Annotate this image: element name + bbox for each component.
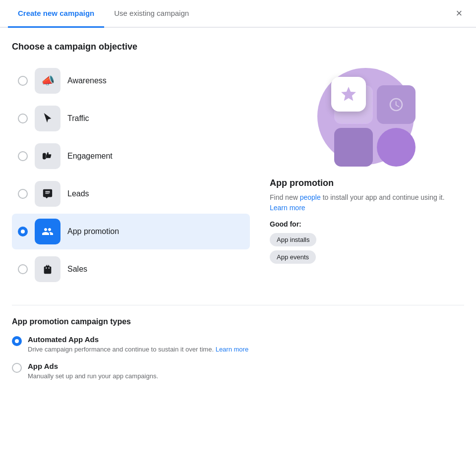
traffic-label: Traffic xyxy=(67,114,89,123)
preview-description: Find new people to install your app and … xyxy=(270,192,464,213)
app-ads-desc: Manually set up and run your app campaig… xyxy=(28,372,158,381)
modal-header: Create new campaign Use existing campaig… xyxy=(0,0,476,28)
radio-leads[interactable] xyxy=(18,189,28,199)
engagement-label: Engagement xyxy=(67,152,113,161)
close-button[interactable]: × xyxy=(450,4,468,22)
leads-label: Leads xyxy=(67,189,89,198)
tab-create-new[interactable]: Create new campaign xyxy=(8,0,104,28)
tag-app-events: App events xyxy=(270,250,316,264)
radio-app-ads[interactable] xyxy=(12,363,22,373)
objective-preview: ↓ App promotion Find n xyxy=(270,63,464,289)
campaign-types-section: App promotion campaign types Automated A… xyxy=(12,305,464,381)
campaign-type-automated-text: Automated App Ads Drive campaign perform… xyxy=(28,335,248,354)
objective-traffic[interactable]: Traffic xyxy=(12,101,250,136)
promo-star-card xyxy=(331,77,366,112)
objective-leads[interactable]: Leads xyxy=(12,176,250,212)
sales-icon-box xyxy=(35,256,60,282)
preview-desc-link[interactable]: people xyxy=(300,193,321,201)
preview-learn-more-link[interactable]: Learn more xyxy=(270,204,305,212)
radio-app-promotion-inner xyxy=(21,230,25,234)
tag-app-installs: App installs xyxy=(270,233,316,246)
app-promotion-label: App promotion xyxy=(67,227,119,236)
main-content: Choose a campaign objective 📣 Awareness … xyxy=(0,28,476,401)
traffic-icon-box xyxy=(35,106,60,131)
engagement-icon-box xyxy=(35,143,60,169)
preview-title: App promotion xyxy=(270,178,464,188)
promo-cell-circle xyxy=(377,128,416,167)
campaign-type-automated[interactable]: Automated App Ads Drive campaign perform… xyxy=(12,335,464,354)
objective-awareness[interactable]: 📣 Awareness xyxy=(12,63,250,99)
app-ads-label: App Ads xyxy=(28,362,158,370)
campaign-type-app-ads[interactable]: App Ads Manually set up and run your app… xyxy=(12,362,464,381)
promo-cell-dark xyxy=(334,128,373,167)
good-for-label: Good for: xyxy=(270,220,464,228)
radio-app-promotion[interactable] xyxy=(18,227,28,236)
app-promotion-icon-box xyxy=(35,219,60,244)
tab-use-existing[interactable]: Use existing campaign xyxy=(104,0,199,28)
objective-engagement[interactable]: Engagement xyxy=(12,138,250,174)
promo-cell-clock xyxy=(377,85,416,124)
awareness-icon-box: 📣 xyxy=(35,68,60,94)
radio-sales[interactable] xyxy=(18,264,28,274)
radio-engagement[interactable] xyxy=(18,151,28,161)
radio-automated-inner xyxy=(15,339,19,343)
campaign-types-title: App promotion campaign types xyxy=(12,317,464,326)
preview-desc-part1: Find new xyxy=(270,193,300,201)
automated-desc: Drive campaign performance and continue … xyxy=(28,345,248,354)
automated-label: Automated App Ads xyxy=(28,335,248,344)
tags-list: App installs App events xyxy=(270,233,464,264)
objective-sales[interactable]: Sales xyxy=(12,251,250,287)
campaign-type-app-ads-text: App Ads Manually set up and run your app… xyxy=(28,362,158,381)
preview-desc-part2: to install your app and continue using i… xyxy=(321,193,445,201)
automated-learn-more[interactable]: Learn more xyxy=(216,346,248,353)
sales-label: Sales xyxy=(67,265,87,274)
awareness-label: Awareness xyxy=(67,76,107,85)
section-title: Choose a campaign objective xyxy=(12,42,464,52)
objectives-list: 📣 Awareness Traffic Engagement xyxy=(12,63,250,289)
radio-traffic[interactable] xyxy=(18,114,28,123)
radio-awareness[interactable] xyxy=(18,76,28,86)
content-layout: 📣 Awareness Traffic Engagement xyxy=(12,63,464,289)
radio-automated-app-ads[interactable] xyxy=(12,336,22,346)
objective-app-promotion[interactable]: App promotion xyxy=(12,214,250,249)
leads-icon-box xyxy=(35,181,60,207)
